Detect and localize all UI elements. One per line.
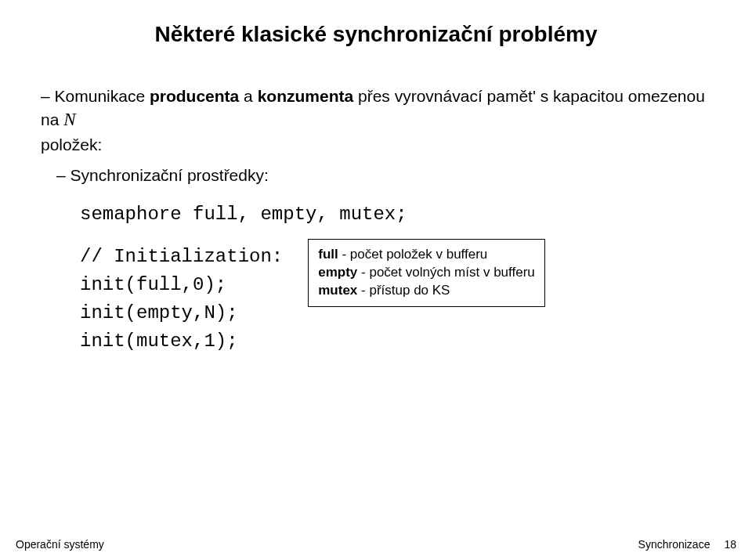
annotation-term: mutex xyxy=(318,283,357,298)
text: a xyxy=(239,87,257,105)
code-line: // Initialization: xyxy=(80,243,283,271)
footer-page-number: 18 xyxy=(724,538,736,551)
slide-content: – Komunikace producenta a konzumenta pře… xyxy=(31,85,721,356)
code-line: semaphore full, empty, mutex; xyxy=(80,201,721,229)
annotation-term: empty xyxy=(318,265,357,280)
code-block: semaphore full, empty, mutex; // Initial… xyxy=(80,201,721,356)
code-line: init(mutex,1); xyxy=(80,327,283,356)
annotation-desc: - přístup do KS xyxy=(357,283,450,298)
annotation-box: full - počet položek v bufferu empty - p… xyxy=(308,239,545,307)
annotation-desc: - počet volných míst v bufferu xyxy=(357,265,534,280)
text: Komunikace xyxy=(55,87,150,105)
annotation-line: mutex - přístup do KS xyxy=(318,282,535,300)
annotation-desc: - počet položek v bufferu xyxy=(338,247,488,262)
text: Synchronizační prostředky: xyxy=(70,166,269,184)
code-line: init(empty,N); xyxy=(80,299,283,327)
footer-right: Synchronizace 18 xyxy=(638,538,736,551)
slide-title: Některé klasické synchronizační problémy xyxy=(31,22,721,47)
annotation-line: empty - počet volných míst v bufferu xyxy=(318,264,535,282)
code-line: init(full,0); xyxy=(80,271,283,299)
bullet-item: – Komunikace producenta a konzumenta pře… xyxy=(41,85,721,156)
text-bold: konzumenta xyxy=(258,87,354,105)
annotation-line: full - počet položek v bufferu xyxy=(318,246,535,264)
slide-footer: Operační systémy Synchronizace 18 xyxy=(0,538,752,551)
bullet-dash: – xyxy=(56,166,66,184)
bullet-item: – Synchronizační prostředky: xyxy=(56,164,721,186)
annotation-term: full xyxy=(318,247,338,262)
text: položek: xyxy=(41,133,721,156)
bullet-dash: – xyxy=(41,87,50,105)
footer-left: Operační systémy xyxy=(16,538,104,551)
text-bold: producenta xyxy=(150,87,239,105)
variable-n: N xyxy=(63,110,75,129)
footer-section: Synchronizace xyxy=(638,538,710,551)
